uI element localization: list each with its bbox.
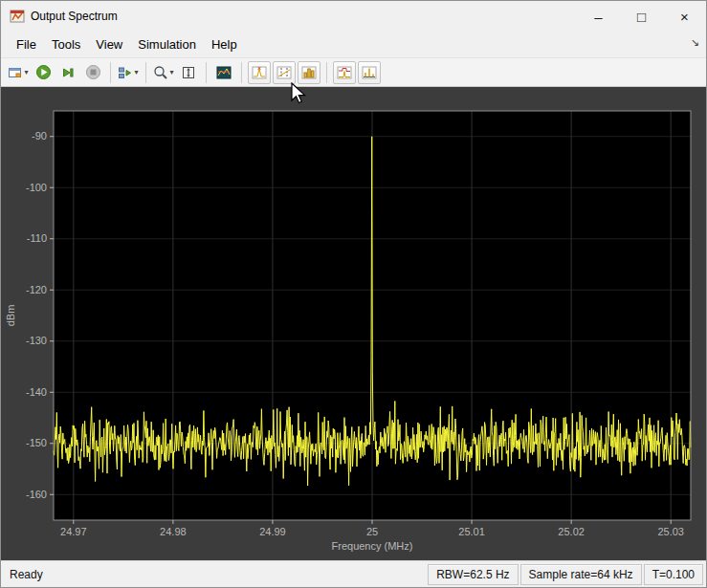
- cursor-measurements-button[interactable]: [273, 61, 296, 84]
- svg-text:-100: -100: [26, 182, 47, 193]
- menu-tools[interactable]: Tools: [44, 33, 88, 55]
- toolbar-separator: [206, 62, 207, 83]
- stop-button[interactable]: [81, 61, 104, 84]
- svg-text:24.98: 24.98: [160, 526, 187, 537]
- svg-text:-150: -150: [26, 437, 47, 448]
- toolbar-separator: [241, 62, 242, 83]
- window-controls: – □ ×: [577, 1, 706, 32]
- toolbar: ▾ ▾: [1, 57, 706, 87]
- stop-icon: [85, 64, 101, 80]
- svg-text:-90: -90: [32, 130, 47, 142]
- spectral-mask-button[interactable]: [333, 61, 356, 84]
- maximize-button[interactable]: □: [620, 1, 663, 32]
- titlebar: Output Spectrum – □ ×: [1, 1, 706, 32]
- svg-text:-120: -120: [26, 284, 47, 295]
- spectrum-settings-icon: [216, 65, 232, 80]
- peak-finder-icon: [252, 65, 267, 80]
- status-cells: RBW=62.5 Hz Sample rate=64 kHz T=0.100: [428, 564, 703, 585]
- close-button[interactable]: ×: [663, 1, 706, 32]
- status-ready: Ready: [4, 568, 43, 581]
- spectral-mask-icon: [337, 65, 352, 80]
- step-forward-button[interactable]: [56, 61, 79, 84]
- step-forward-icon: [60, 65, 76, 80]
- svg-text:-110: -110: [27, 232, 47, 244]
- status-rbw: RBW=62.5 Hz: [428, 564, 518, 585]
- svg-text:25: 25: [366, 526, 378, 537]
- collapse-arrow-icon[interactable]: ↘: [691, 36, 699, 49]
- zoom-button[interactable]: ▾: [152, 61, 175, 84]
- spectrum-plot[interactable]: 24.9724.9824.992525.0125.0225.03-90-100-…: [1, 87, 706, 560]
- scale-axes-button[interactable]: [177, 61, 200, 84]
- toolbar-separator: [110, 62, 111, 83]
- svg-text:dBm: dBm: [5, 305, 16, 327]
- signal-statistics-button[interactable]: [298, 61, 320, 84]
- simulation-step-options-icon: [118, 65, 133, 80]
- menu-help[interactable]: Help: [204, 33, 245, 55]
- svg-text:-160: -160: [26, 489, 47, 500]
- scope-settings-icon: [8, 65, 23, 80]
- dropdown-icon: ▾: [169, 68, 173, 76]
- svg-text:-140: -140: [26, 386, 47, 398]
- scale-axes-icon: [181, 65, 196, 80]
- run-button[interactable]: [32, 61, 55, 84]
- window-title: Output Spectrum: [31, 10, 118, 23]
- app-icon: [10, 9, 25, 24]
- spectrum-analyzer-window: Output Spectrum – □ × File Tools View Si…: [0, 0, 707, 588]
- menu-view[interactable]: View: [88, 33, 130, 55]
- distortion-measurements-icon: [362, 65, 377, 80]
- statusbar: Ready RBW=62.5 Hz Sample rate=64 kHz T=0…: [1, 560, 706, 587]
- svg-text:25.03: 25.03: [657, 526, 684, 537]
- simulation-step-options-button[interactable]: ▾: [117, 61, 140, 84]
- zoom-icon: [153, 65, 168, 80]
- run-icon: [35, 64, 52, 80]
- peak-finder-button[interactable]: [248, 61, 271, 84]
- toolbar-separator: [326, 62, 327, 83]
- menu-simulation[interactable]: Simulation: [130, 33, 204, 55]
- distortion-measurements-button[interactable]: [358, 61, 381, 84]
- signal-statistics-icon: [301, 65, 317, 80]
- spectrum-settings-button[interactable]: [212, 61, 235, 84]
- svg-text:25.01: 25.01: [458, 526, 485, 537]
- status-sample-rate: Sample rate=64 kHz: [520, 564, 642, 585]
- svg-text:24.97: 24.97: [60, 526, 87, 537]
- cursor-measurements-icon: [276, 65, 292, 80]
- toolbar-separator: [145, 62, 146, 83]
- dropdown-icon: ▾: [24, 68, 28, 76]
- dropdown-icon: ▾: [134, 68, 138, 76]
- svg-text:Frequency (MHz): Frequency (MHz): [332, 540, 413, 552]
- plot-panel: 24.9724.9824.992525.0125.0225.03-90-100-…: [1, 87, 706, 560]
- minimize-button[interactable]: –: [577, 1, 620, 32]
- scope-settings-button[interactable]: ▾: [7, 61, 30, 84]
- menu-file[interactable]: File: [9, 33, 44, 55]
- menubar: File Tools View Simulation Help ↘: [1, 32, 706, 57]
- svg-text:-130: -130: [26, 335, 47, 346]
- status-time: T=0.100: [644, 564, 703, 585]
- svg-text:24.99: 24.99: [259, 526, 286, 537]
- svg-text:25.02: 25.02: [558, 526, 585, 537]
